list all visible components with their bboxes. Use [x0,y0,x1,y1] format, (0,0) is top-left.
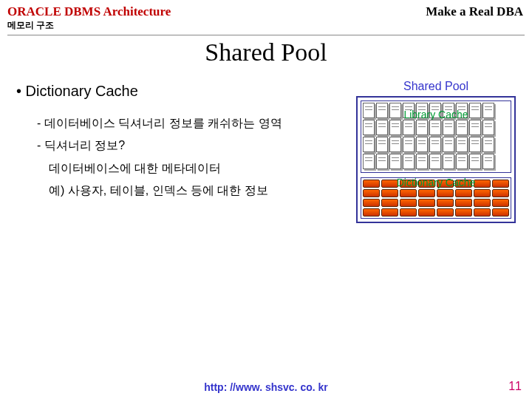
header-title-left: ORACLE DBMS Architecture [7,4,171,19]
doc-icon [363,120,375,135]
bar-icon [437,208,454,216]
bar-icon [474,199,491,207]
bar-icon [363,189,380,197]
bar-icon [418,199,435,207]
doc-icon [443,137,454,152]
body-line-4: 예) 사용자, 테이블, 인덱스 등에 대한 정보 [16,180,341,202]
bar-icon [363,199,380,207]
text-column: • Dictionary Cache - 데이터베이스 딕셔너리 정보를 캐쉬하… [16,77,341,223]
bar-icon [418,208,435,216]
doc-icon [469,120,481,135]
library-cache-label: Library Cache [364,109,508,120]
doc-icon [429,120,441,135]
header-title-right: Make a Real DBA [426,4,523,19]
bar-icon [381,199,398,207]
bar-icon [492,199,509,207]
doc-icon [469,154,481,169]
dictionary-cache-label: Dictionary Cache [363,177,509,188]
body-line-2: - 딕셔너리 정보? [16,134,341,157]
shared-pool-diagram: Shared Pool Library Cache Dictionary Cac [356,80,516,223]
page-number: 11 [508,380,522,393]
slide-title: Shared Pool [0,38,532,66]
doc-icon [376,137,388,152]
bar-icon [381,189,398,197]
body-line-1: - 데이터베이스 딕셔너리 정보를 캐쉬하는 영역 [16,112,341,134]
doc-icon [456,137,468,152]
bar-icon [400,189,417,197]
doc-icon [416,137,428,152]
library-cache-box: Library Cache [361,100,511,173]
header-divider [7,35,525,35]
doc-icon [456,154,468,169]
bar-icon [455,208,472,216]
bar-icon [400,208,417,216]
doc-icon [403,154,415,169]
content-area: • Dictionary Cache - 데이터베이스 딕셔너리 정보를 캐쉬하… [0,77,532,223]
doc-icon [482,137,494,152]
doc-icon [482,120,494,135]
footer-url: http: //www. shsvc. co. kr [0,381,532,393]
body-line-3: 데이터베이스에 대한 메타데이터 [16,157,341,180]
doc-icon [416,154,428,169]
doc-icon [416,120,428,135]
doc-icon [363,137,375,152]
bar-icon [455,189,472,197]
bar-icon [437,199,454,207]
doc-icon [389,120,401,135]
bar-icon [474,208,491,216]
doc-icon [376,120,388,135]
doc-icon [429,137,441,152]
dictionary-cache-box: Dictionary Cache [361,177,511,219]
bar-icon [381,208,398,216]
doc-icon [443,154,454,169]
doc-icon [429,154,441,169]
section-heading: • Dictionary Cache [16,77,341,105]
bar-icon [363,208,380,216]
bar-icon [474,189,491,197]
diagram-title: Shared Pool [356,80,516,93]
bar-icon [400,199,417,207]
shared-pool-box: Library Cache Dictionary Cache [356,96,516,223]
bar-icon [492,189,509,197]
doc-icon [403,120,415,135]
bar-icon [437,189,454,197]
doc-icon [363,154,375,169]
doc-icon [482,154,494,169]
doc-icon [456,120,468,135]
doc-icon [376,154,388,169]
bar-icon [418,189,435,197]
bar-icon [455,199,472,207]
doc-icon [389,154,401,169]
doc-icon [389,137,401,152]
doc-icon [403,137,415,152]
doc-icon [443,120,454,135]
doc-icon [469,137,481,152]
header-subtitle: 메모리 구조 [0,19,532,33]
bar-icon [492,208,509,216]
